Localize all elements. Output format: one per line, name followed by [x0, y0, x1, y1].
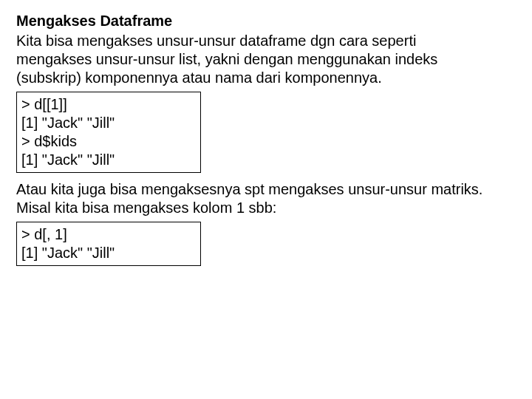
- code-block-1: > d[[1]] [1] "Jack" "Jill" > d$kids [1] …: [16, 92, 201, 173]
- text-line: mengakses unsur-unsur list, yakni dengan…: [16, 50, 516, 69]
- paragraph-2: Atau kita juga bisa mengaksesnya spt men…: [16, 180, 516, 217]
- text-line: Misal kita bisa mengakses kolom 1 sbb:: [16, 199, 516, 217]
- code-line: [1] "Jack" "Jill": [21, 114, 196, 132]
- text-line: (subskrip) komponennya atau nama dari ko…: [16, 69, 516, 87]
- code-block-2: > d[, 1] [1] "Jack" "Jill": [16, 222, 201, 266]
- heading: Mengakses Dataframe: [16, 12, 516, 30]
- text-line: Atau kita juga bisa mengaksesnya spt men…: [16, 180, 516, 199]
- code-line: > d$kids: [21, 132, 196, 151]
- code-line: > d[, 1]: [21, 225, 196, 244]
- text-line: Kita bisa mengakses unsur-unsur datafram…: [16, 32, 516, 50]
- paragraph-1: Kita bisa mengakses unsur-unsur datafram…: [16, 32, 516, 87]
- code-line: [1] "Jack" "Jill": [21, 151, 196, 169]
- code-line: [1] "Jack" "Jill": [21, 244, 196, 262]
- code-line: > d[[1]]: [21, 95, 196, 114]
- slide-content: Mengakses Dataframe Kita bisa mengakses …: [0, 0, 532, 285]
